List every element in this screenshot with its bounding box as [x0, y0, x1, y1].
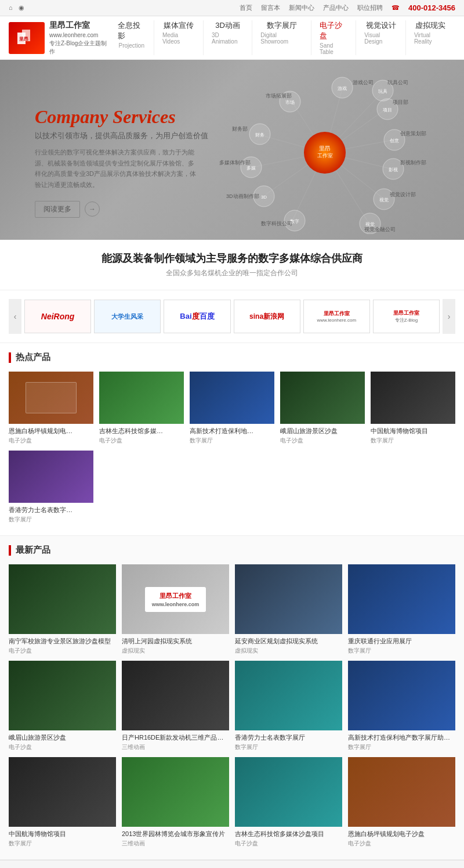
latest-title-4: 重庆联通行业应用展厅 — [348, 637, 455, 646]
nav-visual[interactable]: 视觉设计 Visual Design — [356, 20, 406, 55]
partner-neirong[interactable]: NeiRong — [24, 300, 91, 333]
top-bar-left: ⌂ ◉ — [9, 4, 24, 12]
phone-icon: ☎ — [392, 4, 400, 12]
hot-product-2[interactable]: 吉林生态科技馆多媒… 电子沙盘 — [99, 372, 184, 445]
latest-product-1[interactable]: 南宁军校旅游专业景区旅游沙盘模型 电子沙盘 — [9, 564, 116, 655]
latest-title-3: 延安商业区规划虚拟现实系统 — [235, 637, 342, 646]
latest-products-title: 最新产品 — [16, 545, 50, 556]
svg-text:影视制作部: 影视制作部 — [400, 160, 426, 165]
latest-cat-7: 数字展厅 — [235, 743, 342, 751]
hot-product-cat-6: 数字展厅 — [9, 516, 93, 524]
nav-digital[interactable]: 数字展厅 Digital Showroom — [252, 20, 311, 55]
main-nav: 全息投影 Projection 媒体宣传 Media Videos 3D动画 3… — [110, 20, 455, 55]
banner-btn-area: 阅读更多 → — [35, 201, 208, 218]
partner-next-button[interactable]: › — [443, 299, 455, 334]
latest-img-7 — [235, 661, 342, 730]
read-more-button[interactable]: 阅读更多 — [35, 201, 80, 218]
latest-product-3[interactable]: 延安商业区规划虚拟现实系统 虚拟现实 — [235, 564, 342, 655]
hot-product-3[interactable]: 高新技术打造保利地… 数字展厅 — [190, 372, 274, 445]
latest-product-10[interactable]: 2013世界园林博览会城市形象宣传片 三维动画 — [122, 757, 229, 848]
latest-title-6: 日产HR16DE新款发动机三维产品… — [122, 733, 229, 742]
hot-product-img-1 — [9, 372, 93, 424]
partner-leonhere2[interactable]: 里昂工作室 专注Z-Blog — [373, 300, 440, 333]
logo-box: 里昂 — [9, 22, 45, 54]
hot-product-6[interactable]: 香港劳力士名表数字… 数字展厅 — [9, 451, 93, 524]
slogan-bar: 能源及装备制作领域为主导服务的数字多媒体综合供应商 全国众多知名煤机企业的唯一指… — [0, 240, 464, 290]
latest-product-11[interactable]: 吉林生态科技馆多媒体沙盘项目 电子沙盘 — [235, 757, 342, 848]
hot-product-cat-4: 电子沙盘 — [280, 437, 365, 445]
latest-cat-3: 虚拟现实 — [235, 647, 342, 655]
hot-product-title-3: 高新技术打造保利地… — [190, 427, 274, 435]
top-bar-right: 首页 留言本 新闻中心 产品中心 职位招聘 ☎ 400-012-3456 — [240, 3, 455, 12]
latest-product-8[interactable]: 高新技术打造保利地产数字展厅助… 数字展厅 — [348, 661, 455, 751]
logo-tagline: 专注Z-Blog企业主题制作 — [49, 39, 110, 56]
hot-product-title-2: 吉林生态科技馆多媒… — [99, 427, 184, 435]
latest-product-2[interactable]: 里昂工作室www.leonhere.com 清明上河园虚拟现实系统 虚拟现实 — [122, 564, 229, 655]
svg-text:3D动画制作部: 3D动画制作部 — [226, 193, 259, 199]
latest-cat-2: 虚拟现实 — [122, 647, 229, 655]
latest-product-5[interactable]: 峨眉山旅游景区沙盘 电子沙盘 — [9, 661, 116, 751]
slogan-sub: 全国众多知名煤机企业的唯一指定合作公司 — [12, 268, 452, 278]
latest-cat-9: 数字展厅 — [9, 840, 116, 848]
latest-product-9[interactable]: 中国航海博物馆项目 数字展厅 — [9, 757, 116, 848]
rss-icon[interactable]: ◉ — [19, 4, 24, 12]
latest-img-2: 里昂工作室www.leonhere.com — [122, 564, 229, 634]
partner-baidu[interactable]: Bai度百度 — [164, 300, 230, 333]
hot-product-title-5: 中国航海博物馆项目 — [371, 427, 455, 435]
hot-product-1[interactable]: 恩施白杨坪镇规划电… 电子沙盘 — [9, 372, 93, 445]
hot-product-4[interactable]: 峨眉山旅游景区沙盘 电子沙盘 — [280, 372, 365, 445]
partner-leonhere1[interactable]: 里昂工作室 www.leonhere.com — [303, 300, 370, 333]
slogan-main: 能源及装备制作领域为主导服务的数字多媒体综合供应商 — [12, 251, 452, 265]
latest-title-5: 峨眉山旅游景区沙盘 — [9, 733, 116, 742]
svg-text:财务: 财务 — [255, 132, 264, 138]
hot-product-img-3 — [190, 372, 274, 424]
latest-products-grid: 南宁军校旅游专业景区旅游沙盘模型 电子沙盘 里昂工作室www.leonhere.… — [0, 561, 464, 859]
nav-products[interactable]: 产品中心 — [323, 3, 349, 12]
hot-product-cat-1: 电子沙盘 — [9, 437, 93, 445]
latest-product-7[interactable]: 香港劳力士名表数字展厅 数字展厅 — [235, 661, 342, 751]
svg-text:市场: 市场 — [285, 100, 295, 105]
home-icon[interactable]: ⌂ — [9, 4, 13, 12]
latest-product-6[interactable]: 日产HR16DE新款发动机三维产品… 三维动画 — [122, 661, 229, 751]
latest-img-4 — [348, 564, 455, 634]
nav-vr[interactable]: 虚拟现实 Virtual Reality — [406, 20, 455, 55]
nav-3d[interactable]: 3D动画 3D Animation — [204, 20, 252, 55]
latest-title-10: 2013世界园林博览会城市形象宣传片 — [122, 830, 229, 838]
banner-arrow-button[interactable]: → — [85, 201, 100, 217]
svg-text:多媒体制作部: 多媒体制作部 — [219, 160, 251, 165]
svg-text:影视: 影视 — [389, 167, 398, 172]
svg-text:市场拓展部: 市场拓展部 — [266, 93, 292, 99]
logo-text: 里昂工作室 www.leonhere.com 专注Z-Blog企业主题制作 — [49, 20, 110, 56]
latest-products-list: 南宁军校旅游专业景区旅游沙盘模型 电子沙盘 里昂工作室www.leonhere.… — [9, 564, 455, 848]
latest-img-5 — [9, 661, 116, 730]
nav-news[interactable]: 新闻中心 — [289, 3, 314, 12]
latest-product-12[interactable]: 恩施白杨坪镇规划电子沙盘 电子沙盘 — [348, 757, 455, 848]
partner-prev-button[interactable]: ‹ — [9, 299, 21, 334]
latest-cat-5: 电子沙盘 — [9, 743, 116, 751]
latest-cat-4: 数字展厅 — [348, 647, 455, 655]
banner: Company Services 以技术引领市场，提供高品质服务，为用户创造价值… — [0, 60, 464, 240]
banner-content: Company Services 以技术引领市场，提供高品质服务，为用户创造价值… — [35, 106, 208, 218]
nav-home[interactable]: 首页 — [240, 3, 252, 12]
banner-desc: 行业领先的数字可视化整体解决方案供应商，致力于为能源、机械装备制造领域提供专业性… — [35, 147, 197, 190]
logo-area: 里昂 里昂工作室 www.leonhere.com 专注Z-Blog企业主题制作 — [9, 20, 110, 56]
latest-img-1 — [9, 564, 116, 634]
hot-products-section: 热点产品 恩施白杨坪镇规划电… 电子沙盘 吉林生态科技馆多媒… 电子沙盘 — [0, 343, 464, 535]
latest-cat-6: 三维动画 — [122, 743, 229, 751]
nav-guestbook[interactable]: 留言本 — [261, 3, 280, 12]
partner-sina[interactable]: sina新浪网 — [234, 300, 300, 333]
svg-text:数字科技公司: 数字科技公司 — [261, 221, 292, 226]
latest-title-11: 吉林生态科技馆多媒体沙盘项目 — [235, 830, 342, 838]
latest-product-4[interactable]: 重庆联通行业应用展厅 数字展厅 — [348, 564, 455, 655]
svg-text:3D: 3D — [261, 195, 267, 200]
nav-media[interactable]: 媒体宣传 Media Videos — [154, 20, 204, 55]
hot-product-5[interactable]: 中国航海博物馆项目 数字展厅 — [371, 372, 455, 445]
nav-quanxi[interactable]: 全息投影 Projection — [110, 20, 154, 55]
hot-product-img-6 — [9, 451, 93, 503]
nav-jobs[interactable]: 职位招聘 — [357, 3, 383, 12]
partner-daxue[interactable]: 大学生风采 — [94, 300, 161, 333]
hot-product-img-5 — [371, 372, 455, 424]
hot-product-img-2 — [99, 372, 184, 424]
nav-sandtable[interactable]: 电子沙盘 Sand Table — [311, 20, 356, 55]
latest-title-9: 中国航海博物馆项目 — [9, 830, 116, 838]
